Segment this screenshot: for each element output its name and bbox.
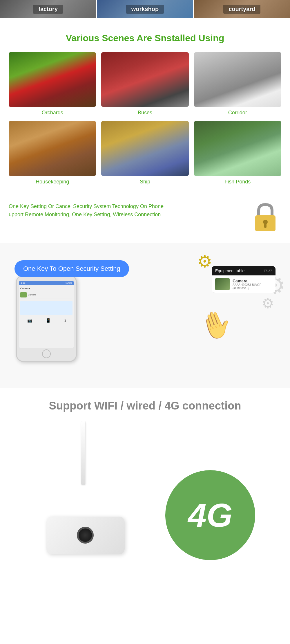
- phone-camera-name: Camera: [28, 293, 36, 296]
- equip-camera-name: Camera: [233, 279, 261, 283]
- router-body: [46, 517, 125, 554]
- scene-item-orchards: Orchards: [9, 52, 96, 116]
- banner-courtyard: courtyard: [194, 0, 290, 18]
- security-line1: One Key Setting Or Cancel Security Syste…: [9, 202, 241, 211]
- svg-point-1: [263, 220, 268, 224]
- phone-camera-thumb: [20, 292, 27, 297]
- wifi-section: Support WIFI / wired / 4G connection 4G: [0, 388, 290, 583]
- equip-camera-status: (in the link...): [233, 286, 261, 290]
- phone-icon-3: ℹ: [64, 318, 66, 323]
- scene-label-buses: Buses: [138, 110, 152, 116]
- lock-icon: [252, 202, 278, 234]
- scene-img-fishponds: [194, 121, 281, 176]
- scene-item-corridor: Corridor: [194, 52, 281, 116]
- scene-item-fishponds: Fish Ponds: [194, 121, 281, 185]
- phone-status-bar: ●●● 12:00: [19, 281, 74, 285]
- banner-factory: factory: [0, 0, 96, 18]
- fishponds-image: [194, 121, 281, 176]
- gear-large-icon: ⚙: [197, 252, 215, 269]
- svg-rect-2: [264, 224, 267, 228]
- corridor-image: [194, 52, 281, 107]
- banner-workshop-label: workshop: [126, 5, 164, 14]
- scene-img-buses: [101, 52, 188, 107]
- scene-img-ship: [101, 121, 188, 176]
- phone-icon-1: 📷: [27, 318, 32, 323]
- banner-factory-label: factory: [33, 5, 63, 14]
- equip-camera-info: Camera AAAA-499283-BLVGF (in the link...…: [233, 279, 261, 290]
- scene-label-housekeeping: Housekeeping: [36, 179, 69, 185]
- phone-app-title: Camera: [20, 286, 72, 291]
- lock-icon-container: [249, 202, 281, 234]
- gear-right-mid-icon: ⚙: [262, 295, 274, 311]
- equip-title: Equipment table: [215, 268, 244, 273]
- scene-item-housekeeping: Housekeeping: [9, 121, 96, 185]
- one-key-section: ⚙ ⚙ One Key To Open Security Setting ●●●…: [0, 243, 290, 388]
- security-text: One Key Setting Or Cancel Security Syste…: [9, 202, 241, 219]
- equip-camera-thumbnail: [215, 278, 230, 290]
- security-section: One Key Setting Or Cancel Security Syste…: [0, 196, 290, 240]
- equip-camera-id: AAAA-499283-BLVGF: [233, 283, 261, 286]
- scene-label-fishponds: Fish Ponds: [224, 179, 251, 185]
- banner-courtyard-label: courtyard: [223, 5, 260, 14]
- buses-image: [101, 52, 188, 107]
- phone-time: 12:00: [65, 282, 72, 284]
- phone-network: ●●●: [21, 282, 26, 284]
- wifi-heading: Support WIFI / wired / 4G connection: [6, 400, 284, 412]
- fourG-label: 4G: [188, 496, 232, 534]
- banner-workshop: workshop: [97, 0, 193, 18]
- equipment-table-popup: Equipment table F5:37 Camera AAAA-499283…: [212, 266, 276, 293]
- phone-screen: ●●● 12:00 Camera Camera 📷 📱 ℹ: [19, 281, 74, 348]
- scene-item-buses: Buses: [101, 52, 188, 116]
- hand-pointer-icon: 🤚: [195, 305, 236, 345]
- scene-img-housekeeping: [9, 121, 96, 176]
- phone-controls: 📷 📱 ℹ: [20, 318, 72, 323]
- equip-time: F5:37: [264, 269, 272, 273]
- scene-label-orchards: Orchards: [42, 110, 63, 116]
- fourG-circle: 4G: [165, 470, 255, 560]
- phone-app-content: Camera Camera 📷 📱 ℹ: [19, 285, 74, 348]
- ship-image: [101, 121, 188, 176]
- scene-item-ship: Ship: [101, 121, 188, 185]
- fourG-container: 4G: [6, 421, 284, 572]
- antenna: [81, 421, 85, 485]
- scene-img-orchards: [9, 52, 96, 107]
- scene-label-corridor: Corridor: [228, 110, 247, 116]
- phone-icon-2: 📱: [46, 318, 51, 323]
- top-banner: factory workshop courtyard: [0, 0, 290, 18]
- scene-grid: Orchards Buses Corridor Housekeeping Shi…: [0, 52, 290, 185]
- scene-img-corridor: [194, 52, 281, 107]
- one-key-button[interactable]: One Key To Open Security Setting: [14, 260, 129, 277]
- scene-label-ship: Ship: [140, 179, 150, 185]
- orchards-image: [9, 52, 96, 107]
- phone-home-button[interactable]: [42, 349, 51, 358]
- phone-mockup: ●●● 12:00 Camera Camera 📷 📱 ℹ: [16, 275, 77, 362]
- router-lens: [77, 527, 94, 544]
- housekeeping-image: [9, 121, 96, 176]
- equip-header: Equipment table F5:37: [212, 266, 276, 275]
- phone-camera-row: Camera: [20, 291, 72, 299]
- section-heading: Various Scenes Are Snstalled Using: [0, 33, 290, 44]
- phone-preview-area: [20, 301, 72, 315]
- security-line2: upport Remote Monitoring, One Key Settin…: [9, 210, 241, 219]
- equip-camera-row: Camera AAAA-499283-BLVGF (in the link...…: [212, 275, 276, 293]
